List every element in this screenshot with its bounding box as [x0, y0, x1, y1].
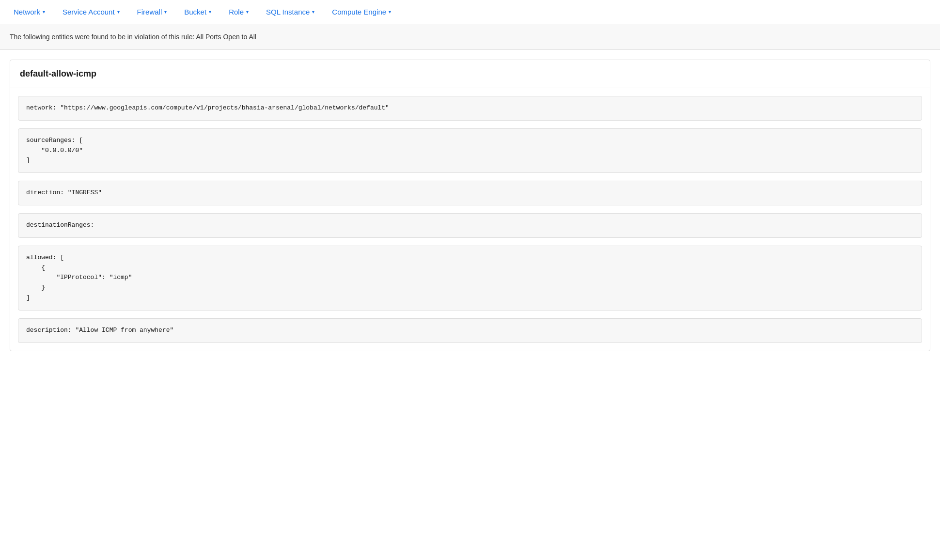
nav-item-network[interactable]: Network▾ [5, 0, 54, 24]
nav-item-service-account[interactable]: Service Account▾ [54, 0, 128, 24]
code-block-description-block: description: "Allow ICMP from anywhere" [18, 318, 922, 343]
chevron-icon-compute-engine: ▾ [389, 9, 391, 15]
nav-label-firewall: Firewall [137, 8, 162, 16]
violation-banner: The following entities were found to be … [0, 24, 940, 50]
nav-label-sql-instance: SQL Instance [266, 8, 310, 16]
chevron-icon-bucket: ▾ [209, 9, 211, 15]
chevron-icon-firewall: ▾ [164, 9, 167, 15]
violation-text: The following entities were found to be … [10, 33, 256, 41]
chevron-icon-service-account: ▾ [117, 9, 120, 15]
code-block-allowed-block: allowed: [ { "IPProtocol": "icmp" } ] [18, 246, 922, 311]
nav-item-sql-instance[interactable]: SQL Instance▾ [257, 0, 323, 24]
chevron-icon-role: ▾ [246, 9, 249, 15]
code-block-source-ranges-block: sourceRanges: [ "0.0.0.0/0" ] [18, 128, 922, 173]
chevron-icon-network: ▾ [43, 9, 45, 15]
navbar: Network▾Service Account▾Firewall▾Bucket▾… [0, 0, 940, 24]
code-block-direction-block: direction: "INGRESS" [18, 181, 922, 205]
nav-item-compute-engine[interactable]: Compute Engine▾ [323, 0, 400, 24]
entity-title: default-allow-icmp [10, 60, 930, 88]
nav-label-service-account: Service Account [63, 8, 115, 16]
code-block-destination-ranges-block: destinationRanges: [18, 213, 922, 238]
nav-label-compute-engine: Compute Engine [332, 8, 386, 16]
nav-item-bucket[interactable]: Bucket▾ [175, 0, 220, 24]
chevron-icon-sql-instance: ▾ [312, 9, 314, 15]
nav-label-bucket: Bucket [184, 8, 206, 16]
main-content: default-allow-icmp network: "https://www… [0, 50, 940, 371]
nav-item-role[interactable]: Role▾ [220, 0, 257, 24]
nav-item-firewall[interactable]: Firewall▾ [128, 0, 176, 24]
code-block-network-block: network: "https://www.googleapis.com/com… [18, 96, 922, 121]
entity-card: default-allow-icmp network: "https://www… [10, 60, 930, 351]
nav-label-role: Role [229, 8, 244, 16]
nav-label-network: Network [14, 8, 40, 16]
